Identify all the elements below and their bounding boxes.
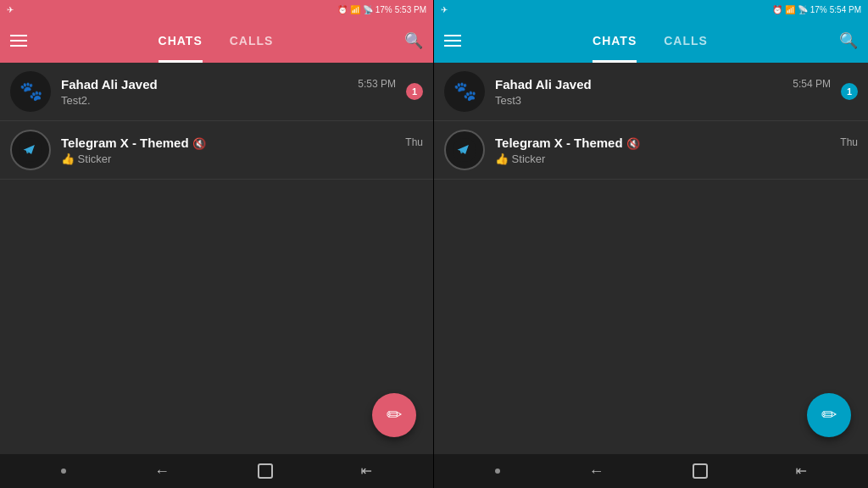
chat-item-telegram-right[interactable]: Telegram X - Themed 🔇 Thu 👍 Sticker xyxy=(434,121,868,180)
app-bar-tabs-right: CHATS CALLS xyxy=(468,19,832,63)
status-bar-right-info: ⏰ 📶 📡 17% 5:53 PM xyxy=(337,5,426,14)
chat-header-fahad-right: Fahad Ali Javed 5:54 PM xyxy=(495,77,831,92)
left-panel: ✈ ⏰ 📶 📡 17% 5:53 PM CHATS CALLS 🔍 xyxy=(0,0,434,488)
chat-list-right: Fahad Ali Javed 5:54 PM Test3 1 xyxy=(434,63,868,180)
muted-icon-right: 🔇 xyxy=(626,137,640,150)
chat-time-telegram-left: Thu xyxy=(405,136,423,148)
chat-name-fahad-left: Fahad Ali Javed xyxy=(61,77,158,92)
nav-recents-right[interactable]: ⇥ xyxy=(796,463,807,480)
status-bar-left-icons: ✈ xyxy=(7,5,14,14)
avatar-telegram-right xyxy=(444,130,485,170)
app-bar-tabs-left: CHATS CALLS xyxy=(34,19,398,63)
tab-calls-right[interactable]: CALLS xyxy=(664,19,708,63)
tab-chats-left[interactable]: CHATS xyxy=(159,19,203,63)
chat-empty-right xyxy=(434,180,868,488)
chat-preview-fahad-right: Test3 xyxy=(495,94,831,107)
time-left: 5:53 PM xyxy=(395,5,426,14)
chat-empty-left xyxy=(0,180,433,488)
hamburger-menu-right[interactable] xyxy=(444,35,468,47)
nav-bar-left: ← ⇥ xyxy=(0,454,433,488)
chat-item-telegram-left[interactable]: Telegram X - Themed 🔇 Thu 👍 Sticker xyxy=(0,121,433,180)
nav-home-left[interactable] xyxy=(258,463,273,479)
avatar-fahad-right xyxy=(444,71,485,112)
status-bar-right-left-icons: ✈ xyxy=(441,5,448,14)
muted-icon-left: 🔇 xyxy=(192,137,206,150)
nav-home-right[interactable] xyxy=(693,463,708,479)
chat-item-fahad-right[interactable]: Fahad Ali Javed 5:54 PM Test3 1 xyxy=(434,63,868,121)
avatar-telegram-left xyxy=(10,130,51,170)
search-icon-right[interactable]: 🔍 xyxy=(832,31,858,50)
status-bar-left: ✈ ⏰ 📶 📡 17% 5:53 PM xyxy=(0,0,433,19)
telegram-icon-status-right: ✈ xyxy=(441,5,448,14)
unread-badge-fahad-right: 1 xyxy=(841,83,858,100)
chat-content-telegram-right: Telegram X - Themed 🔇 Thu 👍 Sticker xyxy=(495,136,858,165)
chat-header-telegram-left: Telegram X - Themed 🔇 Thu xyxy=(61,136,423,150)
chat-time-fahad-right: 5:54 PM xyxy=(793,78,831,90)
chat-content-telegram-left: Telegram X - Themed 🔇 Thu 👍 Sticker xyxy=(61,136,423,165)
tab-calls-left[interactable]: CALLS xyxy=(230,19,274,63)
nav-recents-left[interactable]: ⇥ xyxy=(361,463,372,480)
chat-preview-telegram-left: 👍 Sticker xyxy=(61,152,423,165)
wifi-icon: 📶 xyxy=(350,5,360,14)
app-bar-left: CHATS CALLS 🔍 xyxy=(0,19,433,63)
nav-dot-right xyxy=(495,469,500,474)
battery-left: 17% xyxy=(376,5,392,14)
status-bar-right: ✈ ⏰ 📶 📡 17% 5:54 PM xyxy=(434,0,868,19)
fab-left[interactable]: ✏ xyxy=(372,393,416,437)
chat-header-fahad-left: Fahad Ali Javed 5:53 PM xyxy=(61,77,396,92)
avatar-fahad-left xyxy=(10,71,51,112)
nav-back-left[interactable]: ← xyxy=(154,463,170,480)
nav-dot-left xyxy=(61,469,66,474)
alarm-icon: ⏰ xyxy=(337,5,348,14)
chat-time-telegram-right: Thu xyxy=(840,136,858,148)
chat-preview-fahad-left: Test2. xyxy=(61,94,396,107)
nav-back-right[interactable]: ← xyxy=(588,463,604,480)
alarm-icon-right: ⏰ xyxy=(772,5,782,14)
hamburger-menu-left[interactable] xyxy=(10,35,34,47)
chat-content-fahad-left: Fahad Ali Javed 5:53 PM Test2. xyxy=(61,77,396,107)
nav-bar-right: ← ⇥ xyxy=(434,454,868,488)
fab-right[interactable]: ✏ xyxy=(807,393,851,437)
chat-item-fahad-left[interactable]: Fahad Ali Javed 5:53 PM Test2. 1 xyxy=(0,63,433,121)
right-panel: ✈ ⏰ 📶 📡 17% 5:54 PM CHATS CALLS 🔍 xyxy=(434,0,868,488)
chat-preview-telegram-right: 👍 Sticker xyxy=(495,152,858,165)
unread-badge-fahad-left: 1 xyxy=(406,83,423,100)
battery-right: 17% xyxy=(810,5,827,14)
chat-name-telegram-right: Telegram X - Themed 🔇 xyxy=(495,136,640,150)
chat-list-left: Fahad Ali Javed 5:53 PM Test2. 1 xyxy=(0,63,433,180)
time-right: 5:54 PM xyxy=(830,5,861,14)
chat-name-fahad-right: Fahad Ali Javed xyxy=(495,77,592,92)
chat-name-telegram-left: Telegram X - Themed 🔇 xyxy=(61,136,206,150)
chat-time-fahad-left: 5:53 PM xyxy=(358,78,396,90)
chat-header-telegram-right: Telegram X - Themed 🔇 Thu xyxy=(495,136,858,150)
wifi-icon-right: 📶 xyxy=(785,5,795,14)
signal-icon-right: 📡 xyxy=(798,5,808,14)
telegram-icon-status: ✈ xyxy=(7,5,14,14)
tab-chats-right[interactable]: CHATS xyxy=(593,19,637,63)
status-bar-right-info: ⏰ 📶 📡 17% 5:54 PM xyxy=(772,5,861,14)
chat-content-fahad-right: Fahad Ali Javed 5:54 PM Test3 xyxy=(495,77,831,107)
app-bar-right: CHATS CALLS 🔍 xyxy=(434,19,868,63)
signal-icon: 📡 xyxy=(363,5,373,14)
search-icon-left[interactable]: 🔍 xyxy=(398,31,423,50)
